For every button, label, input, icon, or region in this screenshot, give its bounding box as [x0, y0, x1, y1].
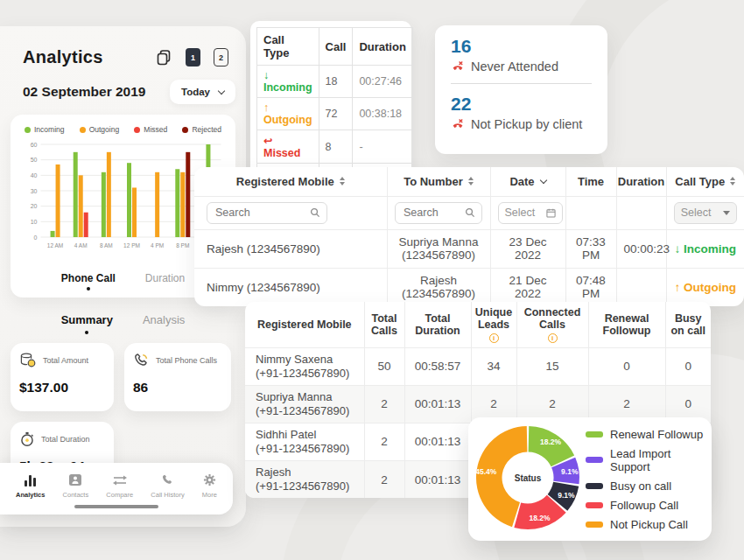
legend-label: Busy on call: [610, 480, 671, 493]
total-calls-cell: 50: [364, 347, 404, 385]
tab-summary[interactable]: Summary: [61, 313, 113, 334]
legend-swatch: [586, 522, 603, 528]
nav-item-analytics[interactable]: Analytics: [16, 474, 45, 499]
nav-label: More: [202, 491, 217, 499]
connected-calls-cell: 15: [516, 347, 588, 385]
sort-up: [730, 177, 735, 180]
column-header-to-number[interactable]: To Number: [387, 167, 490, 196]
call-log-row: Rajesh (1234567890)Supriya Manna(1234567…: [194, 229, 744, 268]
sim1-icon[interactable]: 1: [186, 48, 200, 66]
lead-phone: (+91-1234567890): [256, 367, 361, 381]
date-select-box[interactable]: Select: [498, 202, 563, 224]
header-flex: Call Type: [674, 175, 738, 188]
column-header-date[interactable]: Date: [490, 167, 565, 196]
sort-down: [468, 182, 474, 186]
svg-text:12 AM: 12 AM: [47, 242, 63, 248]
call-type-label: Incoming: [684, 242, 736, 256]
search-input-box[interactable]: [395, 202, 482, 224]
donut-svg: 18.2%9.1%9.1%18.2%45.4%Status: [472, 422, 584, 534]
outgoing-arrow-icon: ↑: [263, 102, 269, 114]
nav-item-call-history[interactable]: Call History: [151, 473, 184, 499]
column-label: Total Calls: [368, 312, 401, 338]
sort-icon[interactable]: [730, 177, 735, 186]
column-label: Duration: [618, 175, 664, 188]
select-value: Select: [681, 206, 712, 219]
call-type-cell: ↓ Incoming: [666, 229, 744, 268]
chevron-down-icon: [218, 87, 225, 94]
call-log-table: Registered MobileTo NumberDateTimeDurati…: [194, 167, 744, 306]
table-row: ↩ Missed8-: [257, 130, 413, 164]
column-label: To Number: [404, 175, 463, 188]
column-label: Total Duration: [409, 312, 467, 338]
search-input-box[interactable]: [207, 202, 327, 224]
to-number-cell[interactable]: Rajesh(1234567890): [387, 268, 490, 306]
date-range-value: Today: [181, 87, 210, 97]
copy-icon[interactable]: [156, 49, 172, 66]
unique-leads-cell: 34: [471, 347, 516, 385]
incoming-arrow-icon: ↓: [674, 242, 684, 256]
total-duration-label: Total Duration: [41, 435, 90, 444]
lead-phone: (+91-1234567890): [256, 442, 361, 456]
column-header-duration[interactable]: Duration: [616, 167, 666, 196]
nav-item-more[interactable]: More: [202, 473, 217, 499]
sort-icon[interactable]: [340, 177, 345, 186]
info-icon[interactable]: i: [489, 333, 499, 343]
svg-text:10: 10: [31, 219, 38, 225]
svg-text:40: 40: [31, 172, 38, 178]
not-pickup-value: 22: [451, 94, 592, 115]
tab-analysis[interactable]: Analysis: [143, 313, 185, 334]
table-row: ↓ Incoming1800:27:46: [257, 66, 413, 98]
table-row: ↑ Outgoing7200:38:18: [257, 98, 413, 130]
calendar-icon: [546, 208, 556, 218]
table-header-row: Registered MobileTo NumberDateTimeDurati…: [194, 167, 744, 196]
home-indicator[interactable]: [74, 505, 158, 508]
column-label: Renewal Followup: [593, 312, 662, 338]
to-name: Supriya Manna: [395, 235, 483, 249]
lead-name: Rajesh: [256, 466, 361, 480]
sim2-icon[interactable]: 2: [214, 48, 228, 66]
call-type-label: Outgoing: [263, 114, 312, 126]
call-type-label: Incoming: [263, 81, 312, 94]
to-number-cell[interactable]: Supriya Manna(1234567890): [387, 229, 490, 268]
tab-phone-call[interactable]: Phone Call: [61, 272, 116, 290]
column-header-time[interactable]: Time: [565, 167, 616, 196]
bar-chart-legend: IncomingOutgoingMissedRejected: [16, 125, 230, 134]
svg-text:4 PM: 4 PM: [151, 242, 164, 248]
column-header-registered-mobile[interactable]: Registered Mobile: [194, 167, 387, 196]
duration-cell: -: [353, 130, 412, 164]
nav-item-contacts[interactable]: Contacts: [63, 473, 89, 499]
legend-item-lead-import-support: Lead Import Support: [586, 447, 705, 473]
call-type-select[interactable]: Select: [674, 202, 737, 224]
chevron-down-icon[interactable]: [539, 177, 546, 184]
tab-duration[interactable]: Duration: [145, 272, 185, 290]
legend-label: Rejected: [192, 125, 221, 134]
never-attended-label: Never Attended: [471, 60, 558, 74]
search-input[interactable]: [214, 206, 299, 220]
sort-icon[interactable]: [468, 177, 474, 186]
date-range-dropdown[interactable]: Today: [170, 80, 235, 104]
info-icon[interactable]: i: [548, 333, 558, 343]
svg-text:0: 0: [34, 234, 38, 241]
sort-down: [730, 182, 735, 186]
lead-name: Supriya Manna: [256, 390, 361, 404]
header-flex: Duration: [624, 175, 659, 188]
sort-up: [340, 177, 345, 180]
date-cell: 21 Dec 2022: [490, 268, 565, 306]
call-type-cell: ↑ Outgoing: [257, 98, 319, 130]
call-type-label: Outgoing: [684, 281, 736, 294]
search-input[interactable]: [402, 206, 460, 220]
nav-item-compare[interactable]: Compare: [106, 474, 133, 499]
column-label: Unique Leads: [475, 306, 513, 332]
filter-cell: [387, 196, 490, 229]
column-header-call-type[interactable]: Call Type: [666, 167, 744, 196]
call-history-icon: [161, 473, 174, 486]
legend-item: Incoming: [25, 125, 65, 134]
column-header-unique-leads: Unique Leadsi: [471, 302, 516, 347]
registered-mobile-cell: Sidhhi Patel(+91-1234567890): [245, 423, 364, 460]
registered-mobile-cell: Nimmy Saxena(+91-1234567890): [245, 347, 364, 385]
bottom-navigation: AnalyticsContactsCompareCall HistoryMore: [0, 463, 233, 514]
column-label: Busy on call: [670, 312, 708, 338]
not-pickup-block: 22 Not Pickup by client: [451, 94, 592, 131]
call-type-cell: ↓ Incoming: [257, 66, 319, 98]
legend-label: Lead Import Support: [610, 447, 705, 473]
